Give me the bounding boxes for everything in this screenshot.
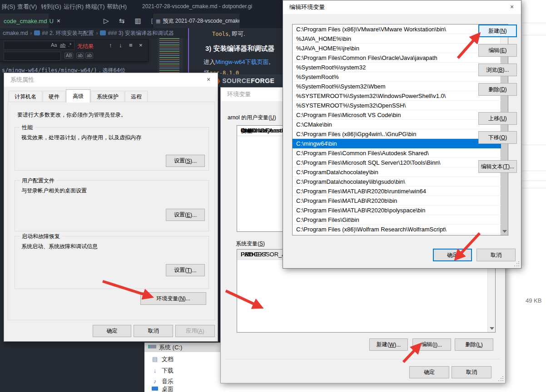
path-entry-row[interactable]: %SystemRoot%\system32 bbox=[293, 63, 501, 72]
whole-word-icon[interactable]: ab bbox=[60, 42, 65, 48]
replace-icon[interactable]: ab bbox=[76, 53, 84, 59]
settings-button[interactable]: 设置(E)... bbox=[166, 209, 205, 221]
path-entries-list[interactable]: C:\Program Files (x86)\VMware\VMware Wor… bbox=[292, 24, 508, 235]
environment-variables-button[interactable]: 环境变量(N)... bbox=[140, 292, 206, 305]
path-entry-row[interactable]: C:\Program Files (x86)\Wolfram Research\… bbox=[293, 225, 501, 234]
path-entry-row[interactable]: %SystemRoot%\System32\Wbem bbox=[293, 82, 501, 91]
path-entry-row[interactable]: %SystemRoot% bbox=[293, 72, 501, 82]
find-prev-icon[interactable]: ↑ bbox=[109, 42, 112, 49]
edit-text-button[interactable]: 编辑文本(T)... bbox=[478, 160, 517, 173]
menu-view[interactable]: 查看(V) bbox=[17, 3, 37, 11]
settings-group: 用户配置文件 与登录帐户相关的桌面设置 设置(E)... bbox=[15, 180, 209, 231]
group-title: 启动和故障恢复 bbox=[20, 233, 62, 240]
group-title: 性能 bbox=[20, 124, 35, 132]
path-entry-row[interactable]: C:\Program Files\Common Files\Oracle\Jav… bbox=[293, 53, 501, 63]
tab-preview[interactable]: ▦预览 2021-07-28-vscode_cmake bbox=[153, 14, 239, 28]
path-entry-row[interactable]: %SYSTEMROOT%\System32\OpenSSH\ bbox=[293, 101, 501, 110]
close-icon[interactable]: × bbox=[503, 0, 521, 13]
menu-run[interactable]: 运行(R) bbox=[64, 3, 84, 11]
move-up-button[interactable]: 上移(U) bbox=[478, 112, 517, 125]
edit-button[interactable]: 编辑(E) bbox=[478, 44, 517, 57]
scroll-down-icon[interactable] bbox=[490, 327, 494, 330]
menu-selection[interactable]: 择(S) bbox=[1, 3, 15, 11]
menu-terminal[interactable]: 终端(T) bbox=[85, 3, 105, 11]
cancel-button[interactable]: 取消 bbox=[452, 366, 491, 378]
sysprops-tab[interactable]: 高级 bbox=[66, 89, 90, 103]
path-entry-row[interactable]: C:\Program Files (x86)\VMware\VMware Wor… bbox=[293, 24, 501, 34]
ok-button[interactable]: 确定 bbox=[93, 325, 131, 337]
ok-button[interactable]: 确定 bbox=[409, 366, 449, 378]
sysprops-tab[interactable]: 远程 bbox=[125, 91, 148, 102]
path-entry-row[interactable]: C:\Program Files\Microsoft VS Code\bin bbox=[293, 110, 501, 120]
path-entry-row[interactable]: C:\Program Files\MATLAB\R2020b\runtime\w… bbox=[293, 186, 501, 196]
path-entry-row[interactable]: %JAVA_HOME%\bin bbox=[293, 34, 501, 44]
markdown-icon bbox=[34, 30, 40, 35]
explorer-item-icon bbox=[151, 354, 159, 364]
delete-button[interactable]: 删除(D) bbox=[478, 83, 517, 96]
find-next-icon[interactable]: ↓ bbox=[119, 42, 122, 49]
menu-goto[interactable]: 转到(G) bbox=[41, 3, 61, 11]
settings-button[interactable]: 设置(T)... bbox=[166, 264, 205, 276]
find-close-icon[interactable]: × bbox=[139, 42, 143, 49]
scroll-down-icon[interactable] bbox=[502, 230, 507, 233]
breadcrumb-h3[interactable]: ### 3) 安装编译器和调试器 bbox=[108, 30, 174, 36]
screen: 择(S) 查看(V) 转到(G) 运行(R) 终端(T) 帮助(H) 2021-… bbox=[0, 0, 546, 392]
path-entry-row[interactable]: C:\CMake\bin bbox=[293, 120, 501, 129]
minimap[interactable] bbox=[158, 38, 183, 74]
path-entry-row[interactable]: C:\Program Files\Git\bin bbox=[293, 215, 501, 225]
sys-edit-button[interactable]: 编辑(I)... bbox=[412, 338, 451, 351]
tab-close-icon[interactable]: × bbox=[57, 17, 60, 24]
sys-new-button[interactable]: 新建(W)... bbox=[369, 338, 408, 351]
explorer-item[interactable]: 下载 bbox=[151, 366, 174, 375]
sys-delete-button[interactable]: 删除(L) bbox=[455, 338, 493, 351]
ok-button[interactable]: 确定 bbox=[433, 249, 472, 261]
regex-icon[interactable]: .* bbox=[68, 42, 71, 48]
sysprops-tab[interactable]: 系统保护 bbox=[91, 91, 124, 102]
settings-button[interactable]: 设置(S)... bbox=[166, 155, 205, 167]
new-button[interactable]: 新建(N) bbox=[478, 24, 517, 37]
path-entry-row[interactable]: C:\Program Files (x86)\Gpg4win\..\GnuPG\… bbox=[293, 129, 501, 139]
page-row-divider bbox=[522, 35, 546, 35]
cancel-button[interactable]: 取消 bbox=[477, 249, 516, 261]
git-status-badge: U bbox=[49, 18, 53, 24]
path-entry-row[interactable]: %SYSTEMROOT%\System32\WindowsPowerShell\… bbox=[293, 91, 501, 101]
scrollbar-thumb[interactable] bbox=[501, 55, 508, 235]
find-in-selection-icon[interactable]: ≡ bbox=[129, 42, 133, 49]
path-entry-row[interactable]: C:\mingw64\bin bbox=[293, 139, 501, 148]
explorer-item[interactable]: 桌面 bbox=[151, 384, 174, 392]
resize-grip[interactable] bbox=[498, 376, 504, 382]
path-entry-row[interactable]: C:\ProgramData\chocolatey\lib\gsudo\bin\ bbox=[293, 177, 501, 186]
close-icon[interactable]: × bbox=[199, 73, 218, 86]
divider bbox=[225, 359, 501, 359]
apply-button[interactable]: 应用(A) bbox=[175, 325, 215, 337]
move-down-button[interactable]: 下移(O) bbox=[478, 131, 517, 144]
explorer-item[interactable]: 文档 bbox=[151, 354, 174, 364]
sysprops-tab[interactable]: 计算机名 bbox=[9, 91, 42, 102]
path-entry-row[interactable]: %JAVA_HOME%\jre\bin bbox=[293, 44, 501, 53]
path-entry-row[interactable]: C:\Program Files\Common Files\Autodesk S… bbox=[293, 148, 501, 158]
browse-button[interactable]: 浏览(B)... bbox=[478, 64, 517, 76]
replace-input[interactable] bbox=[4, 52, 61, 61]
path-entry-row[interactable]: C:\Program Files\MATLAB\R2020b\polyspace… bbox=[293, 206, 501, 215]
resize-grip[interactable] bbox=[514, 261, 520, 267]
match-case-icon[interactable]: Aa bbox=[51, 42, 57, 48]
breadcrumb-file[interactable]: cmake.md bbox=[3, 30, 28, 36]
cancel-button[interactable]: 取消 bbox=[134, 325, 173, 337]
path-entry-row[interactable]: C:\ProgramData\chocolatey\bin bbox=[293, 167, 501, 177]
mingw-download-link[interactable]: Mingw-w64下载页面 bbox=[215, 59, 269, 65]
replace-all-icon[interactable]: ab bbox=[85, 53, 93, 59]
breadcrumb-h2[interactable]: ## 2. 环境安装与配置 bbox=[42, 30, 94, 36]
path-entry-row[interactable]: C:\Program Files\Microsoft SQL Server\12… bbox=[293, 158, 501, 167]
window-title: 2021-07-28-vscode_cmake.md - dotponder.g… bbox=[142, 3, 252, 10]
preview-line2: 进入Mingw-w64下载页面, bbox=[204, 58, 270, 66]
breadcrumb[interactable]: cmake.md›## 2. 环境安装与配置›### 3) 安装编译器和调试器 bbox=[0, 28, 189, 39]
admin-note: 要进行大多数更改，你必须作为管理员登录。 bbox=[17, 111, 126, 119]
sysprops-tab[interactable]: 硬件 bbox=[43, 91, 65, 102]
preserve-case-icon[interactable]: AB bbox=[65, 53, 73, 59]
preview-line1: Tools, 即可. bbox=[212, 30, 245, 38]
path-entry-row[interactable]: C:\Program Files\MATLAB\R2020b\bin bbox=[293, 196, 501, 206]
page-row-divider bbox=[522, 188, 546, 188]
preview-tab-label: 预览 2021-07-28-vscode_cmake bbox=[163, 18, 239, 24]
tab-cmake-md[interactable]: code_cmake.mdU× bbox=[0, 14, 49, 28]
menu-help[interactable]: 帮助(H) bbox=[107, 3, 127, 11]
